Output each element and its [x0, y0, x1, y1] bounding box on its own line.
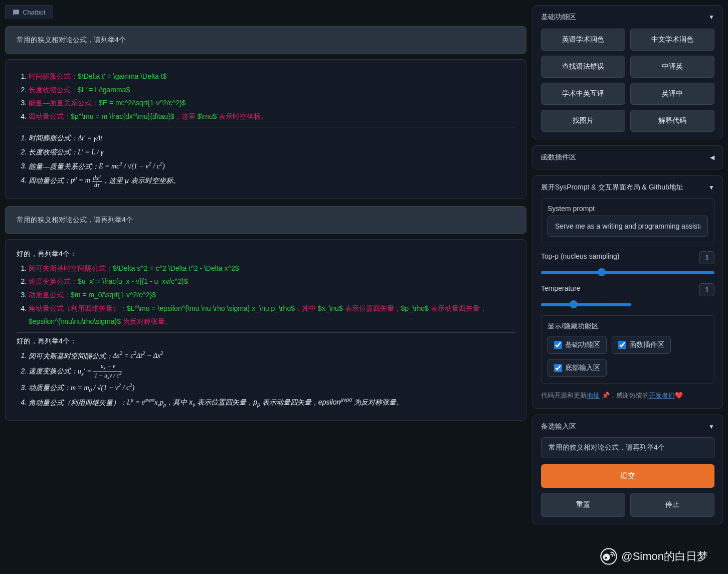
fn-button-zh-to-en[interactable]: 中译英 [630, 56, 714, 78]
chevron-down-icon: ▼ [708, 423, 714, 430]
heart-icon: ❤️ [675, 392, 683, 399]
chevron-left-icon: ◀ [710, 154, 714, 161]
reset-button[interactable]: 重置 [541, 493, 625, 517]
formula-list-raw: 闵可夫斯基时空间隔公式：$\Delta s^2 = c^2 \Delta t^2… [17, 262, 515, 328]
checkbox-plugin[interactable]: 函数插件区 [612, 336, 671, 354]
user-message: 常用的狭义相对论公式，请列举4个 [5, 26, 526, 54]
chevron-down-icon: ▼ [708, 184, 714, 191]
plugin-panel: 函数插件区 ◀ [532, 145, 723, 169]
sysprompt-panel: 展开SysPrompt & 交互界面布局 & Github地址 ▼ System… [532, 175, 723, 409]
chat-icon [13, 9, 20, 16]
plugin-panel-header[interactable]: 函数插件区 ◀ [541, 153, 714, 162]
visibility-label: 显示/隐藏功能区 [548, 322, 708, 331]
chatbot-tab[interactable]: Chatbot [5, 5, 53, 19]
footer-links: 代码开源和更新地址 📌，感谢热情的开发者们❤️ [541, 391, 714, 401]
fn-button-chinese-polish[interactable]: 中文学术润色 [630, 29, 714, 51]
system-prompt-input[interactable] [548, 216, 708, 237]
bot-message: 好的，再列举4个： 闵可夫斯基时空间隔公式：$\Delta s^2 = c^2 … [5, 239, 526, 421]
fn-button-english-polish[interactable]: 英语学术润色 [541, 29, 625, 51]
temperature-slider[interactable] [541, 303, 606, 306]
submit-button[interactable]: 提交 [541, 464, 714, 488]
pin-icon: 📌 [602, 392, 610, 399]
fn-button-explain-code[interactable]: 解释代码 [630, 110, 714, 132]
bot-message: 时间膨胀公式：$\Delta t' = \gamma \Delta t$ 长度收… [5, 59, 526, 199]
temperature-value[interactable]: 1 [699, 283, 714, 296]
source-link[interactable]: 地址 [587, 392, 600, 399]
temperature-label: Temperature [541, 284, 581, 292]
checkbox-bottom-input[interactable]: 底部输入区 [548, 359, 607, 377]
tab-label: Chatbot [23, 9, 46, 16]
system-prompt-label: System prompt [548, 205, 708, 213]
basic-panel-header[interactable]: 基础功能区 ▼ [541, 13, 714, 22]
alt-input-field[interactable] [541, 437, 714, 458]
fn-button-academic-trans[interactable]: 学术中英互译 [541, 83, 625, 105]
alt-input-panel: 备选输入区 ▼ 提交 重置 停止 [532, 415, 723, 524]
alt-input-panel-header[interactable]: 备选输入区 ▼ [541, 422, 714, 431]
formula-list-rendered: 时间膨胀公式：Δt′ = γΔt 长度收缩公式：L′ = L / γ 能量—质量… [17, 131, 515, 188]
checkbox-basic[interactable]: 基础功能区 [548, 336, 607, 354]
devs-link[interactable]: 开发者们 [649, 392, 675, 399]
top-p-slider[interactable] [541, 271, 606, 274]
sysprompt-panel-header[interactable]: 展开SysPrompt & 交互界面布局 & Github地址 ▼ [541, 183, 714, 192]
chevron-down-icon: ▼ [708, 14, 714, 21]
top-p-label: Top-p (nucleus sampling) [541, 252, 619, 260]
basic-panel: 基础功能区 ▼ 英语学术润色 中文学术润色 查找语法错误 中译英 学术中英互译 … [532, 5, 723, 139]
stop-button[interactable]: 停止 [630, 493, 714, 517]
fn-button-grammar-check[interactable]: 查找语法错误 [541, 56, 625, 78]
formula-list-raw: 时间膨胀公式：$\Delta t' = \gamma \Delta t$ 长度收… [17, 70, 515, 123]
fn-button-en-to-zh[interactable]: 英译中 [630, 83, 714, 105]
formula-list-rendered: 闵可夫斯基时空间隔公式：Δs2 = c2Δt2 − Δx2 速度变换公式：ux′… [17, 349, 515, 410]
user-message: 常用的狭义相对论公式，请再列举4个 [5, 206, 526, 234]
top-p-value[interactable]: 1 [699, 251, 714, 264]
fn-button-find-image[interactable]: 找图片 [541, 110, 625, 132]
